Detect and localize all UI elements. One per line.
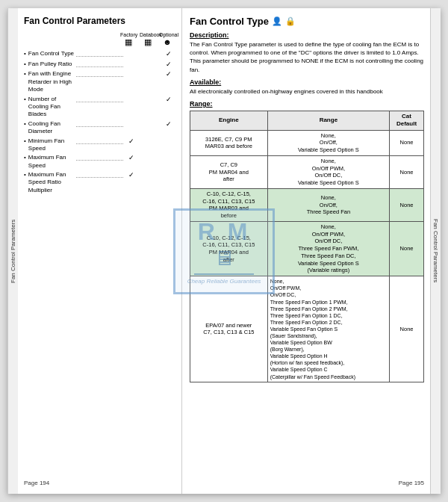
col-header-default: CatDefault — [390, 111, 424, 130]
bullet: • — [24, 70, 26, 78]
param-name: Fan Pulley Ratio — [28, 61, 75, 68]
param-name: Minimum Fan Speed — [28, 137, 75, 153]
param-dots — [76, 137, 123, 144]
check-factory: ✓ — [125, 137, 139, 146]
check-factory — [125, 70, 139, 79]
check-factory: ✓ — [125, 171, 139, 180]
right-side-label: Fan Control Parameters — [430, 8, 441, 494]
available-label: Available: — [190, 78, 424, 86]
engine-cell: 3126E, C7, C9 PMMAR03 and before — [190, 130, 268, 155]
check-databook — [143, 50, 158, 59]
default-cell: None — [390, 130, 424, 155]
header-optional: Optional☻ — [159, 32, 175, 47]
table-row: EPA/07 and newerC7, C13, C13 & C15 None,… — [190, 276, 424, 382]
param-checks: ✓ — [125, 154, 175, 163]
check-optional: ✓ — [161, 120, 175, 129]
param-name: Fan with Engine Retarder in High Mode — [28, 70, 75, 93]
param-dots — [76, 96, 123, 102]
param-checks: ✓ — [125, 137, 175, 146]
col-header-range: Range — [267, 111, 389, 130]
param-name: Fan Control Type — [28, 50, 75, 58]
bullet: • — [24, 50, 26, 58]
check-optional: ✓ — [161, 61, 175, 69]
table-row: C-10, C-12, C-15,C-16, C11, C13, C15PM M… — [190, 221, 424, 276]
left-side-label: Fan Control Parameters — [7, 8, 18, 494]
check-databook — [143, 137, 158, 146]
bullet: • — [24, 120, 26, 128]
optional-icon: ☻ — [163, 37, 172, 46]
param-checks: ✓ — [125, 120, 175, 129]
param-checks: ✓ — [125, 61, 175, 69]
param-name: Maximum Fan Speed — [28, 154, 75, 170]
check-factory — [125, 61, 139, 69]
param-dots — [76, 50, 123, 57]
range-cell: None,On/Off,Variable Speed Option S — [267, 130, 389, 155]
param-table-header: Factory▦ Databook▦ Optional☻ — [24, 32, 175, 47]
description-text: The Fan Control Type parameter is used t… — [190, 40, 424, 74]
param-dots — [76, 171, 123, 178]
default-cell: None — [390, 188, 424, 221]
bullet: • — [24, 96, 26, 103]
param-name: Number of Cooling Fan Blades — [28, 96, 75, 119]
range-cell: None,On/Off PWM,On/Off DC,Three Speed Fa… — [267, 276, 389, 382]
description-label: Description: — [190, 31, 424, 39]
list-item: • Fan Control Type ✓ — [24, 50, 175, 59]
available-text: All electronically controlled on-highway… — [190, 87, 424, 96]
lock-icon: 🔒 — [285, 16, 296, 26]
check-optional — [161, 171, 175, 180]
check-factory — [125, 120, 139, 129]
bullet: • — [24, 154, 26, 161]
check-databook — [143, 96, 158, 105]
page-number-right: Page 195 — [190, 480, 424, 486]
check-databook — [143, 154, 158, 163]
param-dots — [76, 70, 123, 77]
bullet: • — [24, 61, 26, 68]
engine-cell: C7, C9PM MAR04 andafter — [190, 155, 268, 188]
left-page: Fan Control Parameters Factory▦ Databook… — [18, 8, 182, 494]
bullet: • — [24, 171, 26, 179]
check-factory: ✓ — [125, 154, 139, 163]
check-databook — [143, 120, 158, 129]
check-optional — [161, 137, 175, 146]
header-factory: Factory▦ — [120, 32, 137, 47]
list-item: • Number of Cooling Fan Blades ✓ — [24, 96, 175, 119]
list-item: • Maximum Fan Speed ✓ — [24, 154, 175, 170]
check-factory — [125, 96, 139, 105]
person-icon: 👤 — [272, 16, 282, 26]
default-cell: None — [390, 276, 424, 382]
list-item: • Fan Pulley Ratio ✓ — [24, 61, 175, 69]
param-dots — [76, 154, 123, 161]
engine-cell: C-10, C-12, C-15,C-16, C11, C13, C15PM M… — [190, 188, 268, 221]
default-cell: None — [390, 221, 424, 276]
range-label: Range: — [190, 100, 424, 108]
check-databook — [143, 171, 158, 180]
right-page: Fan Control Type 👤 🔒 Description: The Fa… — [182, 8, 430, 494]
page-number-left: Page 194 — [24, 480, 175, 486]
right-title-text: Fan Control Type — [190, 16, 269, 27]
range-cell: None,On/Off,Three Speed Fan — [267, 188, 389, 221]
param-dots — [76, 120, 123, 127]
list-item: • Cooling Fan Diameter ✓ — [24, 120, 175, 136]
param-name: Cooling Fan Diameter — [28, 120, 75, 136]
param-name: Maximum Fan Speed Ratio Multiplier — [28, 171, 75, 194]
range-cell: None,On/Off PWM,On/Off DC,Three Speed Fa… — [267, 221, 389, 276]
list-item: • Maximum Fan Speed Ratio Multiplier ✓ — [24, 171, 175, 194]
check-optional — [161, 154, 175, 163]
factory-icon: ▦ — [125, 37, 132, 46]
check-optional: ✓ — [161, 50, 175, 59]
param-checks: ✓ — [125, 70, 175, 79]
table-row: 3126E, C7, C9 PMMAR03 and before None,On… — [190, 130, 424, 155]
databook-icon: ▦ — [144, 37, 152, 46]
list-item: • Fan with Engine Retarder in High Mode … — [24, 70, 175, 93]
check-optional: ✓ — [161, 70, 175, 79]
header-databook: Databook▦ — [140, 32, 156, 47]
list-item: • Minimum Fan Speed ✓ — [24, 137, 175, 153]
param-checks: ✓ — [125, 96, 175, 105]
col-header-engine: Engine — [190, 111, 268, 130]
param-dots — [76, 61, 123, 67]
bullet: • — [24, 137, 26, 145]
default-cell: None — [390, 155, 424, 188]
param-checks: ✓ — [125, 50, 175, 59]
check-databook — [143, 61, 158, 69]
check-optional: ✓ — [161, 96, 175, 105]
